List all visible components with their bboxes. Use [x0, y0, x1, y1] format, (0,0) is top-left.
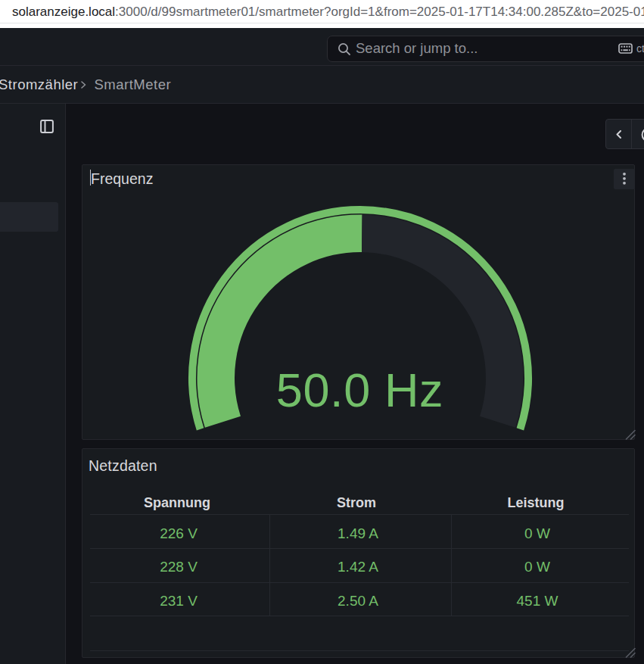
svg-text:50.0 Hz: 50.0 Hz — [276, 363, 443, 416]
